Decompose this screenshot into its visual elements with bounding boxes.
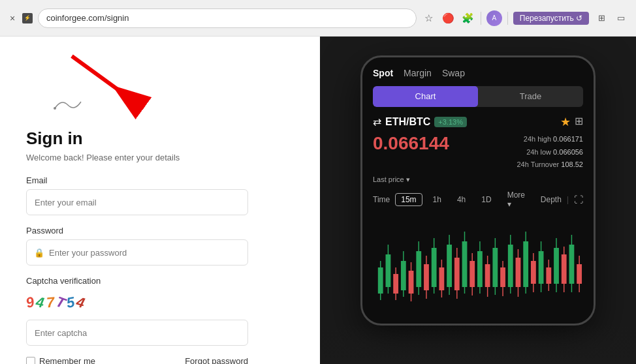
market-tab-margin[interactable]: Margin xyxy=(404,68,432,80)
email-group: Email xyxy=(26,175,294,215)
trading-panel: SpotMarginSwap ChartTrade ⇄ ETH/BTC +3.1… xyxy=(320,37,636,364)
page-title: Sign in xyxy=(26,129,294,149)
time-controls: Time 15m 1h 4h 1D More ▾ Depth | ⛶ xyxy=(373,189,583,210)
price-row: 0.066144 24h high 0.066171 24h low 0.066… xyxy=(373,133,583,172)
svg-rect-18 xyxy=(416,251,421,287)
captcha-label: Captcha verification xyxy=(26,276,294,286)
favicon: ⚡ xyxy=(22,13,33,23)
stat-val-low: 0.066056 xyxy=(553,148,583,156)
svg-rect-75 xyxy=(562,254,567,284)
password-label: Password xyxy=(26,226,294,235)
market-tabs: SpotMarginSwap xyxy=(373,68,583,80)
remember-me[interactable]: Remember me xyxy=(26,356,95,364)
time-1d[interactable]: 1D xyxy=(476,194,496,205)
svg-rect-21 xyxy=(424,264,429,290)
password-input[interactable] xyxy=(26,239,248,265)
page-subtitle: Welcome back! Please enter your details xyxy=(26,153,294,162)
last-price-label: Last price ▾ xyxy=(373,175,583,184)
bookmark-icon[interactable]: ☆ xyxy=(422,11,436,25)
expand-icon[interactable]: ⛶ xyxy=(574,194,583,205)
captcha-char-5: 4 xyxy=(74,294,87,312)
stat-label-low: 24h low xyxy=(526,148,551,156)
stat-val-turnover: 108.52 xyxy=(561,160,583,168)
tabs-icon[interactable]: ⊞ xyxy=(594,11,609,25)
close-tab-icon[interactable]: × xyxy=(8,14,17,23)
favorite-icon[interactable]: ★ xyxy=(560,115,571,129)
url-text: coinforgee.com/signin xyxy=(46,13,129,23)
time-label: Time xyxy=(373,195,390,204)
svg-rect-30 xyxy=(447,245,452,287)
svg-rect-39 xyxy=(469,261,475,287)
svg-rect-36 xyxy=(462,241,468,287)
divider xyxy=(481,12,481,25)
time-15m[interactable]: 15m xyxy=(395,193,422,206)
browser-chrome: × ⚡ coinforgee.com/signin ☆ 🔴 🧩 A Переза… xyxy=(0,0,636,37)
svg-rect-3 xyxy=(378,267,383,294)
brand-sketch xyxy=(26,95,294,118)
pair-symbol: ETH/BTC xyxy=(385,116,430,128)
time-1h[interactable]: 1h xyxy=(428,194,447,205)
svg-rect-69 xyxy=(546,267,551,284)
stat-label-high: 24h high xyxy=(524,135,551,143)
svg-rect-54 xyxy=(508,245,513,287)
view-toggle-trade[interactable]: Trade xyxy=(478,86,583,107)
svg-rect-6 xyxy=(386,254,391,287)
password-group: Password 🔒 xyxy=(26,226,294,265)
sidebar-icon[interactable]: ▭ xyxy=(614,11,628,25)
svg-point-2 xyxy=(54,107,56,110)
svg-rect-12 xyxy=(401,261,406,290)
svg-rect-51 xyxy=(500,267,505,287)
svg-rect-63 xyxy=(531,261,536,284)
svg-rect-33 xyxy=(454,258,460,290)
pair-name: ⇄ ETH/BTC +3.13% xyxy=(373,115,467,128)
view-toggle[interactable]: ChartTrade xyxy=(373,86,583,107)
svg-rect-72 xyxy=(554,248,559,284)
email-label: Email xyxy=(26,175,294,185)
captcha-char-1: 4 xyxy=(35,294,46,312)
forgot-password-link[interactable]: Forgot password xyxy=(185,356,248,364)
remember-checkbox[interactable] xyxy=(26,357,35,365)
svg-rect-66 xyxy=(539,251,544,284)
time-more[interactable]: More ▾ xyxy=(502,189,535,210)
email-input[interactable] xyxy=(26,189,248,215)
svg-rect-60 xyxy=(523,241,528,287)
svg-rect-42 xyxy=(477,251,483,287)
svg-rect-9 xyxy=(393,274,398,294)
market-tab-spot[interactable]: Spot xyxy=(373,68,393,80)
phone-bottom-teaser xyxy=(320,325,636,364)
divider-2 xyxy=(507,12,508,25)
remember-forgot-row: Remember me Forgot password xyxy=(26,356,248,364)
chart-area xyxy=(373,215,583,313)
captcha-group: Captcha verification 947T54 xyxy=(26,276,294,346)
captcha-input[interactable] xyxy=(26,320,248,346)
phone-mockup: SpotMarginSwap ChartTrade ⇄ ETH/BTC +3.1… xyxy=(360,55,596,326)
current-price: 0.066144 xyxy=(373,133,449,154)
pair-actions: ★ ⊞ xyxy=(560,115,583,129)
captcha-image: 947T54 xyxy=(26,291,294,314)
svg-rect-57 xyxy=(516,258,521,287)
extension-2-icon[interactable]: 🧩 xyxy=(461,11,475,25)
grid-icon[interactable]: ⊞ xyxy=(575,115,583,129)
svg-rect-27 xyxy=(439,267,444,290)
depth-button[interactable]: Depth xyxy=(541,195,562,204)
lock-icon: 🔒 xyxy=(34,248,44,258)
address-bar[interactable]: coinforgee.com/signin xyxy=(38,8,417,28)
password-wrapper: 🔒 xyxy=(26,239,248,265)
time-4h[interactable]: 4h xyxy=(452,194,471,205)
svg-rect-78 xyxy=(569,245,575,284)
signin-panel: Sign in Welcome back! Please enter your … xyxy=(0,37,320,364)
view-toggle-chart[interactable]: Chart xyxy=(373,86,478,107)
price-stats: 24h high 0.066171 24h low 0.066056 24h T… xyxy=(517,133,583,172)
stat-val-high: 0.066171 xyxy=(553,135,583,143)
refresh-button[interactable]: Перезапустить ↺ xyxy=(513,12,589,25)
svg-rect-48 xyxy=(492,248,498,287)
svg-rect-15 xyxy=(409,271,414,294)
pair-swap-icon: ⇄ xyxy=(373,115,381,128)
pair-header: ⇄ ETH/BTC +3.13% ★ ⊞ xyxy=(373,115,583,129)
profile-avatar[interactable]: A xyxy=(486,10,502,26)
remember-label: Remember me xyxy=(39,356,95,364)
extension-1-icon[interactable]: 🔴 xyxy=(441,11,456,25)
market-tab-swap[interactable]: Swap xyxy=(442,68,465,80)
pipe-separator: | xyxy=(567,195,569,204)
svg-rect-24 xyxy=(432,248,437,287)
